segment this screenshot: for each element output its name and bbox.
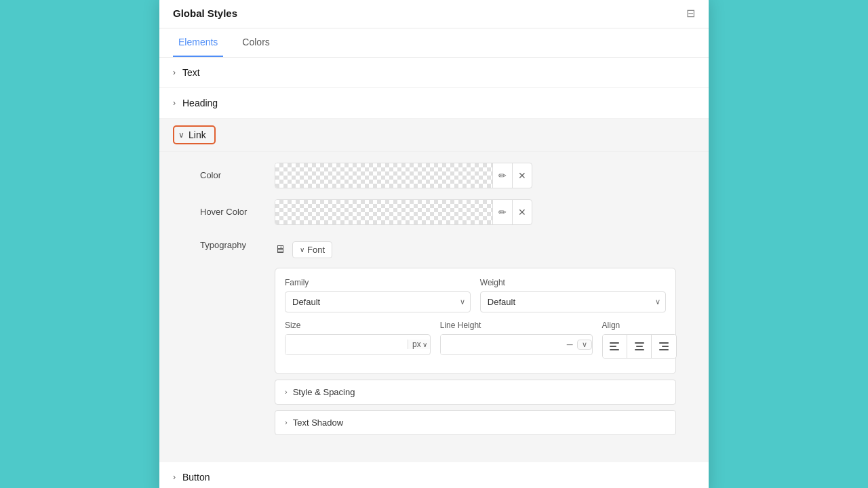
color-input-wrapper: ✏ ✕ — [275, 163, 532, 188]
color-close-icon[interactable]: ✕ — [513, 163, 532, 188]
minimize-icon[interactable]: ⊟ — [686, 7, 695, 20]
section-link[interactable]: ∨ Link — [159, 119, 709, 152]
color-field-row: Color ✏ ✕ — [200, 163, 668, 188]
color-preview[interactable] — [275, 163, 492, 188]
size-lineheight-align-row: Size px ∨ Line Height — [285, 321, 666, 359]
svg-rect-0 — [610, 342, 619, 344]
text-shadow-section[interactable]: › Text Shadow — [275, 410, 676, 435]
align-center-button[interactable] — [627, 335, 652, 358]
unit-label: px — [412, 340, 421, 349]
font-chevron-down-icon: ∨ — [300, 246, 304, 253]
monitor-icon: 🖥 — [275, 243, 285, 256]
typography-section: 🖥 ∨ Font Family Default — [275, 241, 676, 441]
tab-colors[interactable]: Colors — [237, 28, 275, 57]
chevron-right-icon: › — [173, 68, 176, 77]
chevron-down-icon: ∨ — [178, 130, 184, 140]
svg-rect-4 — [636, 346, 643, 347]
style-spacing-chevron-icon: › — [285, 388, 288, 396]
section-heading-label: Heading — [182, 98, 218, 108]
font-toggle-label: Font — [307, 245, 325, 255]
hover-color-field-row: Hover Color ✏ ✕ — [200, 199, 668, 225]
text-shadow-label: Text Shadow — [293, 418, 343, 428]
panel-header: Global Styles ⊟ — [159, 0, 709, 28]
hover-color-input-wrapper: ✏ ✕ — [275, 199, 532, 225]
align-buttons — [602, 334, 677, 359]
line-height-label: Line Height — [440, 321, 593, 330]
hover-color-label: Hover Color — [200, 207, 275, 217]
hover-color-preview[interactable] — [275, 200, 492, 224]
line-height-input-wrap: – ∨ — [440, 334, 593, 355]
typography-label: Typography — [200, 236, 275, 250]
tab-elements[interactable]: Elements — [173, 28, 223, 57]
tabs-bar: Elements Colors — [159, 28, 709, 58]
font-form-grid: Family Default Arial Georgia ∨ — [275, 268, 676, 374]
typography-header: 🖥 ∨ Font — [275, 241, 676, 258]
unit-select[interactable]: px ∨ — [408, 340, 430, 349]
align-group: Align — [602, 321, 677, 359]
size-input[interactable] — [285, 335, 408, 354]
panel-title: Global Styles — [173, 7, 237, 19]
section-heading[interactable]: › Heading — [159, 88, 709, 119]
hover-color-close-icon[interactable]: ✕ — [513, 200, 532, 224]
text-shadow-chevron-icon: › — [285, 418, 288, 426]
chevron-right-icon: › — [173, 472, 176, 482]
size-input-with-unit: px ∨ — [285, 334, 431, 355]
line-height-group: Line Height – ∨ — [440, 321, 593, 359]
family-group: Family Default Arial Georgia ∨ — [285, 278, 471, 312]
weight-label: Weight — [480, 278, 666, 287]
section-button[interactable]: › Button — [159, 462, 709, 489]
family-weight-row: Family Default Arial Georgia ∨ — [285, 278, 666, 312]
align-right-button[interactable] — [652, 335, 675, 358]
unit-chevron-icon: ∨ — [422, 341, 427, 348]
color-label: Color — [200, 170, 275, 180]
color-pencil-icon[interactable]: ✏ — [493, 163, 513, 188]
line-height-input[interactable] — [441, 335, 563, 354]
hover-color-pencil-icon[interactable]: ✏ — [493, 200, 513, 224]
style-spacing-section[interactable]: › Style & Spacing — [275, 380, 676, 405]
family-select[interactable]: Default Arial Georgia — [285, 291, 471, 312]
link-row-inner: ∨ Link — [173, 125, 216, 144]
section-text[interactable]: › Text — [159, 58, 709, 88]
family-label: Family — [285, 278, 471, 287]
line-height-dash[interactable]: – — [563, 338, 577, 350]
link-expanded-content: Color ✏ ✕ Hover Color ✏ ✕ Typograp — [159, 152, 709, 462]
hover-color-action-icons: ✏ ✕ — [492, 200, 532, 224]
section-button-label: Button — [182, 472, 210, 483]
svg-rect-7 — [662, 346, 669, 347]
weight-group: Weight Default Bold Light ∨ — [480, 278, 666, 312]
color-action-icons: ✏ ✕ — [492, 163, 532, 188]
section-link-label: Link — [189, 129, 206, 140]
svg-rect-5 — [635, 349, 644, 350]
size-label: Size — [285, 321, 431, 330]
line-height-chevron-icon[interactable]: ∨ — [577, 340, 592, 350]
svg-rect-2 — [610, 349, 619, 350]
chevron-right-icon: › — [173, 98, 176, 108]
style-spacing-label: Style & Spacing — [293, 387, 355, 397]
size-group: Size px ∨ — [285, 321, 431, 359]
family-select-wrap: Default Arial Georgia ∨ — [285, 291, 471, 312]
svg-rect-1 — [610, 346, 616, 347]
font-toggle[interactable]: ∨ Font — [292, 241, 332, 258]
typography-field-row: Typography 🖥 ∨ Font Family — [200, 236, 668, 441]
svg-rect-3 — [635, 342, 644, 344]
section-text-label: Text — [182, 67, 200, 78]
svg-rect-6 — [659, 342, 669, 344]
align-label: Align — [602, 321, 677, 330]
bottom-sections: › Style & Spacing › Text Shadow — [275, 380, 676, 435]
global-styles-panel: Global Styles ⊟ Elements Colors › Text ›… — [159, 0, 709, 488]
align-left-button[interactable] — [603, 335, 627, 358]
svg-rect-8 — [659, 349, 669, 350]
weight-select-wrap: Default Bold Light ∨ — [480, 291, 666, 312]
weight-select[interactable]: Default Bold Light — [480, 291, 666, 312]
